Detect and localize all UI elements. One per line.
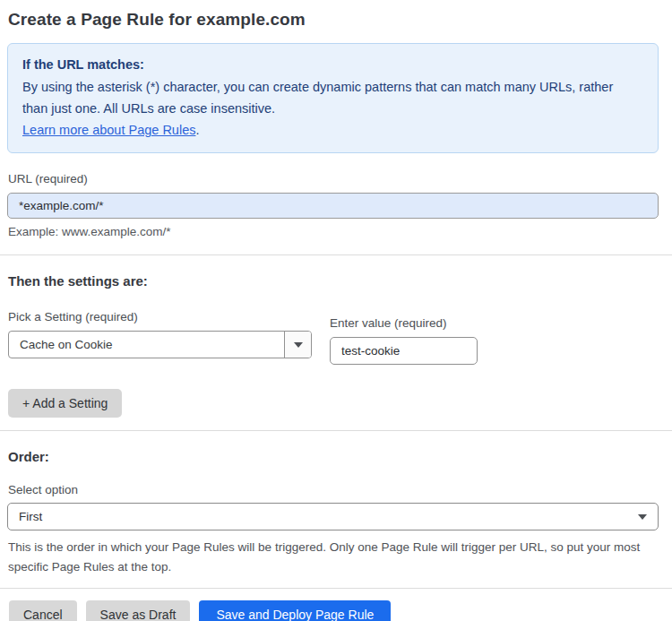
setting-select-value: Cache on Cookie [9,332,284,358]
order-select[interactable]: First [7,503,659,530]
add-setting-button[interactable]: + Add a Setting [8,389,122,418]
order-help-text: This is the order in which your Page Rul… [8,538,652,577]
order-select-label: Select option [8,483,672,496]
setting-select[interactable]: Cache on Cookie [8,331,312,358]
settings-row: Pick a Setting (required) Cache on Cooki… [8,310,659,365]
url-input[interactable] [7,193,659,219]
save-and-deploy-button[interactable]: Save and Deploy Page Rule [199,600,391,621]
info-box-body: By using the asterisk (*) character, you… [22,76,632,119]
divider [0,254,672,255]
url-example-hint: Example: www.example.com/* [8,225,659,238]
page-title: Create a Page Rule for example.com [8,10,659,30]
url-field-label: URL (required) [8,172,672,185]
setting-select-label: Pick a Setting (required) [8,310,312,323]
info-box-heading: If the URL matches: [22,54,643,75]
setting-value-input[interactable] [330,337,478,365]
setting-select-arrow-button[interactable] [284,332,311,358]
link-suffix: . [195,123,199,137]
footer-actions: Cancel Save as Draft Save and Deploy Pag… [9,600,672,621]
setting-value-column: Enter value (required) [330,316,478,365]
chevron-down-icon [294,342,303,348]
create-page-rule-form: Create a Page Rule for example.com If th… [0,10,672,621]
setting-select-column: Pick a Setting (required) Cache on Cooki… [8,310,312,358]
chevron-down-icon [638,514,647,520]
learn-more-link[interactable]: Learn more about Page Rules [22,123,195,137]
url-match-info-box: If the URL matches: By using the asteris… [7,43,659,153]
setting-value-label: Enter value (required) [330,316,478,330]
info-box-link-line: Learn more about Page Rules. [22,119,643,141]
divider [0,588,672,589]
order-section-heading: Order: [8,449,672,464]
cancel-button[interactable]: Cancel [9,600,77,621]
settings-section-heading: Then the settings are: [8,273,672,289]
order-select-value: First [19,510,42,523]
save-as-draft-button[interactable]: Save as Draft [86,600,191,621]
divider [0,430,672,431]
